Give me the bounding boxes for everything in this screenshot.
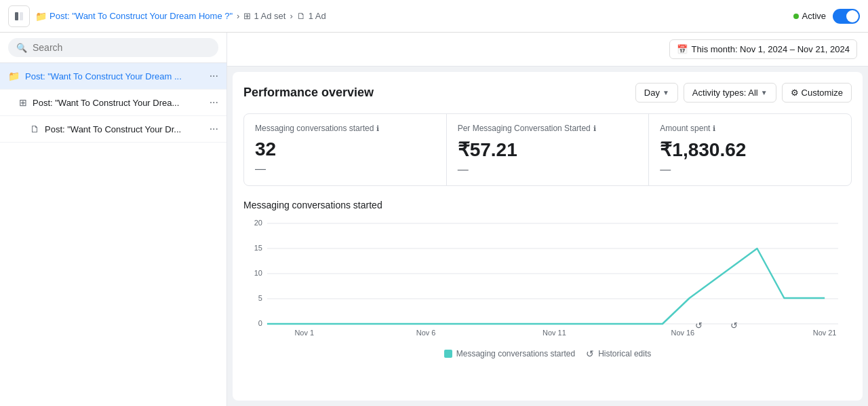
toggle-sidebar-button[interactable] (8, 5, 30, 27)
main-layout: 🔍 📁 Post: "Want To Construct Your Dream … (0, 33, 868, 406)
date-range-label: This month: Nov 1, 2024 – Nov 21, 2024 (692, 44, 850, 54)
customize-label: Customize (802, 88, 843, 98)
search-box: 🔍 (0, 33, 226, 63)
svg-rect-0 (15, 12, 18, 20)
adset-grid-icon: ⊞ (243, 11, 251, 21)
breadcrumb-campaign[interactable]: 📁 Post: "Want To Construct Your Dream Ho… (35, 11, 233, 22)
active-dot (793, 14, 799, 19)
breadcrumb-adset[interactable]: ⊞ 1 Ad set (243, 11, 285, 21)
ad-more-icon[interactable]: ··· (210, 123, 218, 135)
search-input-wrapper[interactable]: 🔍 (8, 38, 218, 57)
legend-historical: ↺ Historical edits (586, 348, 651, 359)
top-bar-right: Active (793, 9, 860, 24)
svg-text:↺: ↺ (730, 320, 738, 331)
search-input[interactable] (33, 42, 210, 53)
date-picker[interactable]: 📅 This month: Nov 1, 2024 – Nov 21, 2024 (669, 39, 857, 59)
metric-card-amount-spent: Amount spent ℹ ₹1,830.62 — (649, 114, 851, 185)
svg-text:Nov 6: Nov 6 (416, 329, 436, 337)
activity-types-dropdown[interactable]: Activity types: All ▼ (684, 83, 776, 103)
breadcrumb-sep-1: › (237, 11, 239, 21)
metric-value-per-conversation: ₹57.21 (458, 139, 638, 161)
day-label: Day (644, 88, 660, 98)
breadcrumb-sep-2: › (290, 11, 292, 21)
sidebar: 🔍 📁 Post: "Want To Construct Your Dream … (0, 33, 227, 406)
sidebar-item-ad[interactable]: 🗋 Post: "Want To Construct Your Dr... ··… (0, 116, 226, 143)
top-bar: 📁 Post: "Want To Construct Your Dream Ho… (0, 0, 868, 33)
per-conversation-info-icon[interactable]: ℹ (593, 124, 596, 133)
date-bar: 📅 This month: Nov 1, 2024 – Nov 21, 2024 (227, 33, 868, 67)
performance-section: Performance overview Day ▼ Activity type… (233, 72, 863, 401)
active-badge: Active (793, 11, 826, 21)
folder-icon: 📁 (35, 11, 47, 22)
amount-info-icon[interactable]: ℹ (713, 124, 715, 133)
day-chevron-icon: ▼ (663, 89, 669, 96)
sidebar-item-campaign[interactable]: 📁 Post: "Want To Construct Your Dream ..… (0, 63, 226, 90)
breadcrumb: 📁 Post: "Want To Construct Your Dream Ho… (35, 11, 788, 22)
activity-label: Activity types: All (692, 88, 758, 98)
metric-sub-conversations: — (255, 163, 435, 175)
svg-text:15: 15 (254, 244, 262, 252)
chart-legend: Messaging conversations started ↺ Histor… (243, 348, 852, 359)
metric-label-amount-spent: Amount spent ℹ (660, 124, 840, 133)
toggle-knob (846, 10, 859, 22)
activity-chevron-icon: ▼ (761, 89, 768, 96)
conversations-info-icon[interactable]: ℹ (376, 124, 379, 133)
sidebar-ad-label: Post: "Want To Construct Your Dr... (45, 124, 204, 134)
campaign-more-icon[interactable]: ··· (210, 70, 218, 82)
svg-text:Nov 1: Nov 1 (294, 329, 314, 337)
svg-text:Nov 21: Nov 21 (813, 329, 837, 337)
adset-more-icon[interactable]: ··· (210, 96, 218, 109)
historical-edits-icon: ↺ (586, 348, 594, 359)
sidebar-item-adset[interactable]: ⊞ Post: "Want To Construct Your Drea... … (0, 90, 226, 116)
ad-label: 1 Ad (309, 11, 326, 21)
metric-value-conversations: 32 (255, 139, 435, 160)
svg-text:0: 0 (258, 319, 262, 327)
customize-icon: ⚙ (791, 88, 799, 98)
metric-card-conversations: Messaging conversations started ℹ 32 — (244, 114, 447, 185)
adset-grid-icon: ⊞ (19, 97, 27, 108)
content-area: 📅 This month: Nov 1, 2024 – Nov 21, 2024… (227, 33, 868, 406)
metric-label-per-conversation: Per Messaging Conversation Started ℹ (458, 124, 638, 133)
svg-text:Nov 11: Nov 11 (542, 329, 566, 337)
active-toggle[interactable] (833, 9, 860, 24)
perf-title: Performance overview (243, 86, 374, 100)
perf-controls: Day ▼ Activity types: All ▼ ⚙ Customize (635, 83, 852, 103)
metric-value-amount-spent: ₹1,830.62 (660, 139, 840, 161)
chart-title: Messaging conversations started (243, 200, 852, 210)
chart-line (267, 248, 825, 324)
chart-area: Messaging conversations started 20 15 10… (243, 200, 852, 335)
campaign-folder-icon: 📁 (8, 71, 20, 81)
svg-text:Nov 16: Nov 16 (671, 329, 694, 337)
svg-text:5: 5 (258, 294, 262, 302)
adset-label: 1 Ad set (254, 11, 285, 21)
metric-sub-per-conversation: — (458, 164, 638, 176)
metric-label-conversations: Messaging conversations started ℹ (255, 124, 435, 133)
sidebar-campaign-label: Post: "Want To Construct Your Dream ... (25, 71, 204, 81)
ad-doc-icon: 🗋 (30, 124, 39, 134)
chart-svg: 20 15 10 5 0 Nov 1 Nov 6 Nov 11 Nov 16 (243, 219, 852, 341)
legend-color-conversations (444, 350, 452, 358)
ad-icon: 🗋 (297, 11, 306, 21)
metric-card-per-conversation: Per Messaging Conversation Started ℹ ₹57… (447, 114, 650, 185)
svg-rect-1 (20, 12, 23, 20)
breadcrumb-ad[interactable]: 🗋 1 Ad (297, 11, 326, 21)
campaign-label: Post: "Want To Construct Your Dream Home… (50, 11, 233, 21)
metric-cards: Messaging conversations started ℹ 32 — P… (243, 113, 852, 186)
customize-button[interactable]: ⚙ Customize (782, 83, 852, 103)
svg-text:↺: ↺ (695, 320, 703, 331)
perf-header: Performance overview Day ▼ Activity type… (243, 83, 852, 103)
metric-sub-amount-spent: — (660, 164, 840, 176)
legend-label-historical: Historical edits (598, 349, 651, 358)
svg-text:20: 20 (254, 219, 262, 227)
legend-label-conversations: Messaging conversations started (456, 349, 575, 358)
svg-text:10: 10 (254, 269, 262, 277)
sidebar-adset-label: Post: "Want To Construct Your Drea... (33, 98, 204, 108)
search-icon: 🔍 (16, 43, 27, 53)
active-label: Active (802, 11, 826, 21)
legend-conversations: Messaging conversations started (444, 349, 575, 358)
calendar-icon: 📅 (677, 44, 688, 54)
day-dropdown[interactable]: Day ▼ (635, 83, 678, 103)
